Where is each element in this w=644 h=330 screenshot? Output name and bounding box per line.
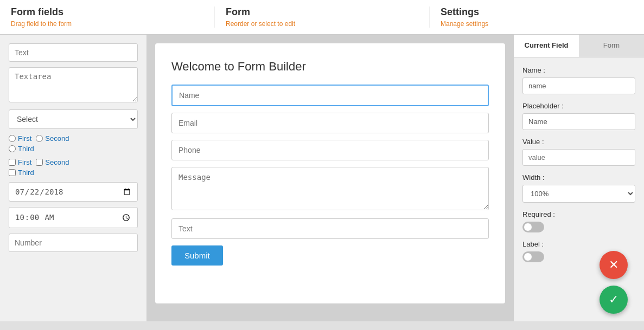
number-field-input[interactable] bbox=[9, 234, 138, 252]
form-message-textarea[interactable] bbox=[171, 167, 489, 210]
form-field-phone[interactable] bbox=[171, 140, 489, 160]
radio-first-input[interactable] bbox=[9, 135, 16, 142]
setting-width-label: Width : bbox=[522, 173, 635, 182]
setting-label-toggle[interactable] bbox=[522, 251, 544, 262]
label-slider bbox=[522, 251, 544, 262]
header-form-subtitle: Reorder or select to edit bbox=[226, 20, 418, 28]
radio-second-input[interactable] bbox=[36, 135, 43, 142]
fab-container: ✕ ✓ bbox=[600, 251, 628, 314]
form-text-input[interactable] bbox=[171, 218, 489, 239]
checkbox-second-label: Second bbox=[45, 158, 69, 166]
confirm-fab-button[interactable]: ✓ bbox=[600, 286, 628, 314]
checkbox-third-label: Third bbox=[18, 169, 34, 177]
textarea-field[interactable] bbox=[9, 67, 138, 102]
radio-first-label: First bbox=[18, 134, 31, 143]
setting-name-input[interactable] bbox=[522, 77, 635, 94]
radio-group: First Second Third bbox=[9, 134, 138, 153]
form-email-input[interactable] bbox=[171, 113, 489, 133]
form-field-message[interactable] bbox=[171, 167, 489, 212]
left-panel: Select First Second Third bbox=[0, 35, 146, 321]
setting-required-toggle[interactable] bbox=[522, 222, 544, 232]
checkbox-item-second[interactable]: Second bbox=[36, 158, 69, 166]
checkbox-item-third[interactable]: Third bbox=[9, 169, 34, 177]
setting-name-label: Name : bbox=[522, 66, 635, 74]
checkbox-item-first[interactable]: First bbox=[9, 158, 31, 166]
setting-required-row: Required : bbox=[522, 210, 635, 232]
select-field-item[interactable]: Select bbox=[9, 109, 138, 129]
setting-placeholder-input[interactable] bbox=[522, 113, 635, 130]
setting-value-input[interactable] bbox=[522, 149, 635, 166]
setting-placeholder-row: Placeholder : bbox=[522, 102, 635, 130]
setting-width-row: Width : 100% 75% 50% 25% bbox=[522, 173, 635, 203]
checkbox-group: First Second Third bbox=[9, 158, 138, 177]
header-form-fields-title: Form fields bbox=[11, 7, 203, 18]
radio-item-first[interactable]: First bbox=[9, 134, 31, 143]
form-field-text[interactable] bbox=[171, 218, 489, 239]
setting-placeholder-label: Placeholder : bbox=[522, 102, 635, 110]
header-settings-subtitle: Manage settings bbox=[441, 20, 633, 28]
date-field-input[interactable] bbox=[9, 182, 138, 202]
form-name-input[interactable] bbox=[171, 85, 489, 106]
form-field-name[interactable] bbox=[171, 85, 489, 106]
checkbox-row-1: First Second bbox=[9, 158, 138, 166]
cancel-fab-button[interactable]: ✕ bbox=[600, 251, 628, 279]
form-canvas: Welcome to Form Builder Submit bbox=[155, 43, 505, 303]
center-panel: Welcome to Form Builder Submit bbox=[146, 35, 514, 321]
header-form-fields: Form fields Drag field to the form bbox=[0, 7, 215, 28]
header-settings: Settings Manage settings bbox=[430, 7, 644, 28]
form-canvas-title: Welcome to Form Builder bbox=[171, 60, 489, 74]
setting-value-label: Value : bbox=[522, 138, 635, 146]
form-field-email[interactable] bbox=[171, 113, 489, 133]
textarea-field-item[interactable] bbox=[9, 67, 138, 104]
checkbox-third-input[interactable] bbox=[9, 169, 16, 176]
radio-row-1: First Second bbox=[9, 134, 138, 143]
form-phone-input[interactable] bbox=[171, 140, 489, 160]
required-slider bbox=[522, 222, 544, 232]
form-submit-row: Submit bbox=[171, 245, 489, 266]
time-field-input[interactable] bbox=[9, 207, 138, 228]
tab-current-field[interactable]: Current Field bbox=[514, 35, 579, 57]
radio-third-label: Third bbox=[18, 145, 34, 153]
checkbox-first-input[interactable] bbox=[9, 159, 16, 166]
header-form: Form Reorder or select to edit bbox=[215, 7, 430, 28]
tabs-row: Current Field Form bbox=[514, 35, 644, 57]
text-field-item[interactable] bbox=[9, 43, 138, 62]
date-field-item[interactable] bbox=[9, 182, 138, 202]
setting-required-label: Required : bbox=[522, 210, 635, 218]
header: Form fields Drag field to the form Form … bbox=[0, 0, 644, 35]
setting-label-label: Label : bbox=[522, 240, 635, 248]
number-field-item[interactable] bbox=[9, 234, 138, 252]
text-field-input[interactable] bbox=[9, 43, 138, 62]
setting-name-row: Name : bbox=[522, 66, 635, 94]
submit-button[interactable]: Submit bbox=[171, 245, 223, 266]
header-form-title: Form bbox=[226, 7, 418, 18]
radio-row-2: Third bbox=[9, 145, 138, 153]
main-layout: Select First Second Third bbox=[0, 35, 644, 321]
setting-value-row: Value : bbox=[522, 138, 635, 166]
header-settings-title: Settings bbox=[441, 7, 633, 18]
radio-item-second[interactable]: Second bbox=[36, 134, 69, 143]
radio-item-third[interactable]: Third bbox=[9, 145, 34, 153]
radio-third-input[interactable] bbox=[9, 145, 16, 152]
checkbox-first-label: First bbox=[18, 158, 31, 166]
radio-second-label: Second bbox=[45, 134, 69, 143]
time-field-item[interactable] bbox=[9, 207, 138, 228]
header-form-fields-subtitle: Drag field to the form bbox=[11, 20, 203, 28]
setting-width-select[interactable]: 100% 75% 50% 25% bbox=[522, 185, 635, 203]
settings-body: Name : Placeholder : Value : Width : 100… bbox=[514, 57, 644, 279]
tab-form[interactable]: Form bbox=[579, 35, 644, 57]
select-field[interactable]: Select bbox=[9, 109, 138, 129]
checkbox-second-input[interactable] bbox=[36, 159, 43, 166]
checkbox-row-2: Third bbox=[9, 169, 138, 177]
